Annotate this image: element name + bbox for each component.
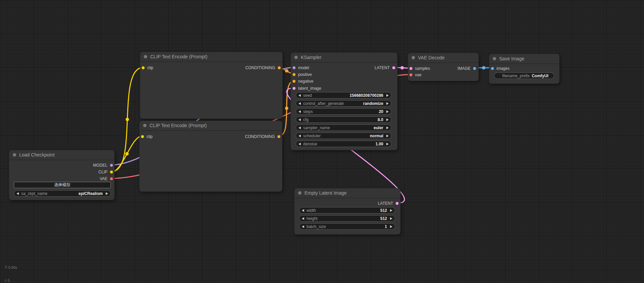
port-model-output[interactable] — [110, 164, 113, 167]
seed-increment-icon[interactable] — [386, 94, 389, 97]
collapse-dot-icon[interactable] — [298, 191, 301, 195]
batch-size-decrement-icon[interactable] — [302, 225, 304, 228]
width-increment-icon[interactable] — [390, 209, 392, 212]
node-clip-text-encode-top[interactable]: CLIP Text Encode (Prompt) clip CONDITION… — [140, 52, 283, 119]
node-empty-latent-image[interactable]: Empty Latent Image LATENT width 512 heig… — [294, 188, 400, 234]
widget-value: randomize — [363, 101, 383, 106]
collapse-dot-icon[interactable] — [143, 124, 147, 127]
node-save-image[interactable]: Save Image images filename_prefix ComfyU… — [489, 54, 559, 84]
widget-value: 1 — [385, 224, 387, 229]
batch-size-increment-icon[interactable] — [390, 225, 392, 228]
widget-height[interactable]: height 512 — [299, 215, 395, 222]
widget-label: seed — [303, 93, 312, 98]
widget-value: 20 — [379, 109, 383, 114]
widget-width[interactable]: width 512 — [299, 207, 395, 214]
cfg-decrement-icon[interactable] — [298, 118, 301, 121]
widget-label: height — [307, 216, 318, 221]
ckpt-increment-icon[interactable] — [106, 192, 108, 195]
widget-value: 512 — [380, 208, 387, 213]
steps-decrement-icon[interactable] — [298, 110, 301, 113]
widget-denoise[interactable]: denoise 1.00 — [296, 141, 391, 147]
input-label: clip — [147, 65, 153, 70]
control-increment-icon[interactable] — [386, 102, 389, 105]
link-midpoint-dot — [400, 66, 404, 69]
link-midpoint-dot — [125, 152, 129, 155]
denoise-increment-icon[interactable] — [386, 143, 389, 145]
port-latent-image-input[interactable] — [292, 87, 296, 90]
port-clip-output[interactable] — [110, 170, 113, 174]
port-latent-output[interactable] — [395, 202, 399, 205]
scheduler-increment-icon[interactable] — [386, 135, 389, 137]
width-decrement-icon[interactable] — [302, 209, 304, 212]
port-image-output[interactable] — [473, 67, 476, 70]
widget-label: denoise — [303, 142, 317, 146]
node-title: CLIP Text Encode (Prompt) — [150, 123, 207, 128]
widget-batch-size[interactable]: batch_size 1 — [299, 223, 395, 230]
input-label: vae — [415, 73, 421, 77]
port-images-input[interactable] — [491, 67, 494, 70]
sampler-increment-icon[interactable] — [386, 126, 389, 129]
scheduler-decrement-icon[interactable] — [298, 135, 301, 137]
widget-scheduler[interactable]: scheduler normal — [296, 133, 391, 139]
denoise-decrement-icon[interactable] — [298, 143, 301, 145]
collapse-dot-icon[interactable] — [13, 153, 16, 157]
widget-value: 156680208700286 — [350, 93, 383, 98]
port-model-input[interactable] — [292, 66, 296, 69]
choose-model-button[interactable]: 选择模型 — [14, 182, 111, 188]
node-title-bar[interactable]: Load Checkpoint — [9, 150, 115, 160]
node-title-bar[interactable]: KSampler — [291, 53, 397, 63]
widget-label: filename_prefix — [502, 74, 529, 78]
node-title-bar[interactable]: CLIP Text Encode (Prompt) — [140, 52, 283, 62]
widget-label: sa_ckpt_name — [21, 191, 47, 196]
node-title-bar[interactable]: Save Image — [489, 54, 559, 64]
widget-value: ComfyUI — [532, 74, 548, 78]
port-samples-input[interactable] — [409, 67, 413, 70]
port-vae-output[interactable] — [110, 177, 113, 180]
widget-label: cfg — [303, 117, 309, 122]
node-editor-canvas[interactable]: Load Checkpoint MODEL CLIP VAE 选择模型 sa_c… — [0, 0, 644, 283]
collapse-dot-icon[interactable] — [493, 57, 496, 60]
widget-value: euler — [374, 125, 383, 130]
port-conditioning-output[interactable] — [277, 135, 281, 138]
port-conditioning-output[interactable] — [278, 66, 281, 69]
steps-increment-icon[interactable] — [386, 110, 389, 113]
input-label: clip — [147, 134, 153, 139]
input-label: model — [298, 65, 309, 70]
height-decrement-icon[interactable] — [302, 217, 304, 220]
collapse-dot-icon[interactable] — [144, 55, 147, 58]
widget-filename-prefix[interactable]: filename_prefix ComfyUI — [494, 73, 554, 79]
node-title-bar[interactable]: CLIP Text Encode (Prompt) — [139, 121, 282, 131]
port-vae-input[interactable] — [409, 73, 413, 77]
node-title-bar[interactable]: VAE Decode — [408, 53, 479, 63]
node-ksampler[interactable]: KSampler model positive negative latent_… — [291, 53, 397, 150]
ckpt-decrement-icon[interactable] — [17, 192, 19, 195]
widget-cfg[interactable]: cfg 8.0 — [296, 116, 391, 123]
widget-value: 512 — [380, 216, 387, 221]
port-negative-input[interactable] — [292, 80, 296, 83]
node-title-bar[interactable]: Empty Latent Image — [294, 188, 400, 198]
widget-label: control_after_generate — [303, 101, 344, 106]
height-increment-icon[interactable] — [390, 217, 392, 220]
widget-sampler-name[interactable]: sampler_name euler — [296, 124, 391, 131]
cfg-increment-icon[interactable] — [386, 118, 389, 121]
collapse-dot-icon[interactable] — [294, 56, 298, 59]
output-label: LATENT — [378, 201, 393, 206]
port-positive-input[interactable] — [292, 73, 296, 76]
seed-decrement-icon[interactable] — [298, 94, 301, 97]
output-label: VAE — [100, 176, 107, 181]
port-clip-input[interactable] — [141, 135, 144, 138]
collapse-dot-icon[interactable] — [412, 56, 415, 59]
node-vae-decode[interactable]: VAE Decode samples vae IMAGE — [408, 53, 479, 81]
control-decrement-icon[interactable] — [298, 102, 301, 105]
sampler-decrement-icon[interactable] — [298, 126, 301, 129]
node-clip-text-encode-bottom[interactable]: CLIP Text Encode (Prompt) clip CONDITION… — [139, 121, 282, 192]
widget-sa-ckpt-name[interactable]: sa_ckpt_name epiCRealism — [14, 190, 111, 197]
widget-seed[interactable]: seed 156680208700286 — [296, 92, 391, 98]
output-label: LATENT — [375, 65, 390, 70]
port-clip-input[interactable] — [141, 66, 145, 69]
widget-control-after-generate[interactable]: control_after_generate randomize — [296, 100, 391, 107]
node-load-checkpoint[interactable]: Load Checkpoint MODEL CLIP VAE 选择模型 sa_c… — [9, 150, 115, 200]
widget-steps[interactable]: steps 20 — [296, 108, 391, 115]
port-latent-output[interactable] — [392, 66, 395, 69]
node-title: KSampler — [301, 55, 321, 60]
